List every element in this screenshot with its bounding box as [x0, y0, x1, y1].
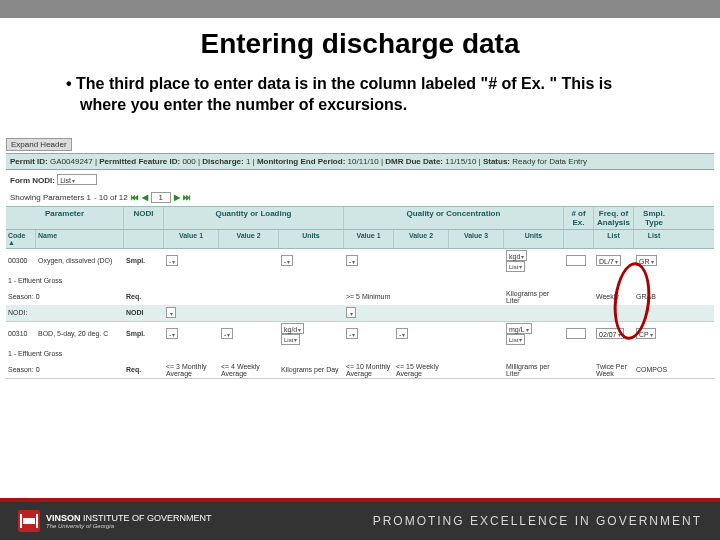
- num-ex-input[interactable]: [566, 328, 586, 339]
- page-first-icon[interactable]: ⏮: [131, 193, 139, 202]
- table-row: 00310 BOD, 5-day, 20 deg. C Smpl. - - kg…: [6, 322, 714, 379]
- smpl-select[interactable]: GR: [636, 255, 657, 266]
- page-last-icon[interactable]: ⏭: [183, 193, 191, 202]
- num-ex-header: # of Ex.: [564, 207, 594, 229]
- page-prev-icon[interactable]: ◀: [142, 193, 148, 202]
- footer-tagline: PROMOTING EXCELLENCE IN GOVERNMENT: [373, 514, 702, 528]
- screenshot-region: Expand Header Permit ID: GA0049247 | Per…: [0, 136, 720, 379]
- table-row: 00300 Oxygen, dissolved (DO) Smpl. - - -…: [6, 249, 714, 322]
- logo-icon: [18, 510, 40, 532]
- qc-v1-select[interactable]: -: [346, 255, 358, 266]
- vinson-logo: VINSON INSTITUTE OF GOVERNMENT The Unive…: [18, 510, 212, 532]
- num-ex-input[interactable]: [566, 255, 586, 266]
- permit-info-bar: Permit ID: GA0049247 | Permitted Feature…: [6, 153, 714, 170]
- page-next-icon[interactable]: ▶: [174, 193, 180, 202]
- expand-header-button[interactable]: Expand Header: [6, 138, 72, 151]
- qc-unit-select[interactable]: kgd: [506, 250, 527, 261]
- page-input[interactable]: 1: [151, 192, 171, 203]
- pagination-bar: Showing Parameters 1- 10 of 12 ⏮ ◀ 1 ▶ ⏭: [6, 189, 714, 206]
- form-nodi-select[interactable]: List: [57, 174, 97, 185]
- table-header-row: Parameter NODI Quantity or Loading Quali…: [6, 206, 714, 230]
- slide-bullet: The third place to enter data is in the …: [80, 74, 660, 116]
- form-nodi-row: Form NODI: List: [6, 170, 714, 189]
- qty-v1-select[interactable]: -: [166, 255, 178, 266]
- slide-title: Entering discharge data: [0, 28, 720, 60]
- slide-top-bar: [0, 0, 720, 18]
- freq-select[interactable]: DL/7: [596, 255, 621, 266]
- table-subheader-row: Code ▲ Name Value 1 Value 2 Units Value …: [6, 230, 714, 249]
- unit-select[interactable]: -: [281, 255, 293, 266]
- footer-bar: VINSON INSTITUTE OF GOVERNMENT The Unive…: [0, 502, 720, 540]
